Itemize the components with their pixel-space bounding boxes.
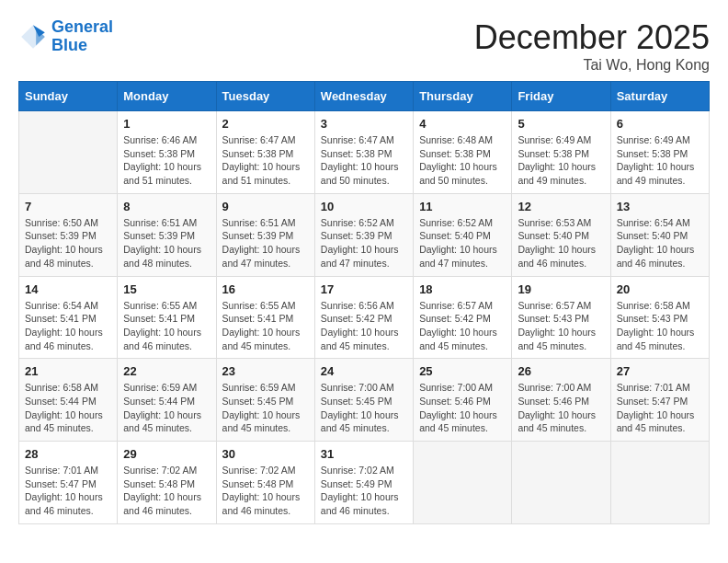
calendar-cell: 17Sunrise: 6:56 AMSunset: 5:42 PMDayligh… <box>314 276 413 359</box>
calendar-cell <box>512 442 610 524</box>
calendar-cell <box>610 442 709 524</box>
day-number: 6 <box>617 117 703 131</box>
day-number: 4 <box>419 117 506 131</box>
day-number: 16 <box>222 282 309 296</box>
day-number: 5 <box>518 117 604 131</box>
day-info: Sunrise: 6:59 AMSunset: 5:45 PMDaylight:… <box>222 381 309 435</box>
day-number: 23 <box>222 364 309 378</box>
col-friday: Friday <box>512 82 610 111</box>
calendar-cell: 6Sunrise: 6:49 AMSunset: 5:38 PMDaylight… <box>610 111 709 194</box>
day-info: Sunrise: 6:55 AMSunset: 5:41 PMDaylight:… <box>222 299 309 353</box>
day-info: Sunrise: 6:46 AMSunset: 5:38 PMDaylight:… <box>123 133 210 188</box>
day-info: Sunrise: 6:52 AMSunset: 5:40 PMDaylight:… <box>419 216 506 270</box>
week-row-3: 14Sunrise: 6:54 AMSunset: 5:41 PMDayligh… <box>19 276 710 359</box>
day-number: 8 <box>123 200 210 213</box>
day-info: Sunrise: 6:58 AMSunset: 5:44 PMDaylight:… <box>25 381 111 435</box>
col-wednesday: Wednesday <box>314 82 413 111</box>
header: General Blue December 2025 Tai Wo, Hong … <box>18 18 710 74</box>
day-number: 25 <box>419 364 506 378</box>
day-number: 21 <box>25 364 111 378</box>
logo: General Blue <box>18 18 113 55</box>
day-info: Sunrise: 6:56 AMSunset: 5:42 PMDaylight:… <box>321 299 407 353</box>
calendar-cell <box>19 111 118 194</box>
calendar-table: Sunday Monday Tuesday Wednesday Thursday… <box>18 81 710 524</box>
calendar-cell: 19Sunrise: 6:57 AMSunset: 5:43 PMDayligh… <box>512 276 610 359</box>
day-info: Sunrise: 6:50 AMSunset: 5:39 PMDaylight:… <box>25 216 111 270</box>
calendar-cell: 7Sunrise: 6:50 AMSunset: 5:39 PMDaylight… <box>19 193 118 276</box>
calendar-cell: 24Sunrise: 7:00 AMSunset: 5:45 PMDayligh… <box>314 359 413 442</box>
day-info: Sunrise: 6:47 AMSunset: 5:38 PMDaylight:… <box>222 133 309 188</box>
day-number: 27 <box>617 364 703 378</box>
day-number: 31 <box>321 447 407 461</box>
calendar-cell: 12Sunrise: 6:53 AMSunset: 5:40 PMDayligh… <box>512 193 610 276</box>
day-info: Sunrise: 7:02 AMSunset: 5:48 PMDaylight:… <box>222 464 309 518</box>
day-info: Sunrise: 7:00 AMSunset: 5:45 PMDaylight:… <box>321 381 407 435</box>
calendar-header: Sunday Monday Tuesday Wednesday Thursday… <box>19 82 710 111</box>
calendar-cell: 9Sunrise: 6:51 AMSunset: 5:39 PMDaylight… <box>216 193 314 276</box>
location-title: Tai Wo, Hong Kong <box>474 57 710 74</box>
calendar-cell: 22Sunrise: 6:59 AMSunset: 5:44 PMDayligh… <box>118 359 216 442</box>
col-saturday: Saturday <box>610 82 709 111</box>
week-row-4: 21Sunrise: 6:58 AMSunset: 5:44 PMDayligh… <box>19 359 710 442</box>
day-info: Sunrise: 6:51 AMSunset: 5:39 PMDaylight:… <box>222 216 309 270</box>
col-sunday: Sunday <box>19 82 118 111</box>
calendar-cell: 29Sunrise: 7:02 AMSunset: 5:48 PMDayligh… <box>118 442 216 524</box>
day-info: Sunrise: 6:54 AMSunset: 5:40 PMDaylight:… <box>617 216 703 270</box>
day-info: Sunrise: 6:52 AMSunset: 5:39 PMDaylight:… <box>321 216 407 270</box>
header-row: Sunday Monday Tuesday Wednesday Thursday… <box>19 82 710 111</box>
calendar-cell: 25Sunrise: 7:00 AMSunset: 5:46 PMDayligh… <box>414 359 512 442</box>
day-info: Sunrise: 6:53 AMSunset: 5:40 PMDaylight:… <box>518 216 604 270</box>
day-info: Sunrise: 6:58 AMSunset: 5:43 PMDaylight:… <box>617 299 703 353</box>
calendar-cell: 31Sunrise: 7:02 AMSunset: 5:49 PMDayligh… <box>314 442 413 524</box>
day-number: 7 <box>25 200 111 213</box>
calendar-cell: 13Sunrise: 6:54 AMSunset: 5:40 PMDayligh… <box>610 193 709 276</box>
calendar-cell: 10Sunrise: 6:52 AMSunset: 5:39 PMDayligh… <box>314 193 413 276</box>
week-row-2: 7Sunrise: 6:50 AMSunset: 5:39 PMDaylight… <box>19 193 710 276</box>
day-info: Sunrise: 6:55 AMSunset: 5:41 PMDaylight:… <box>123 299 210 353</box>
day-number: 24 <box>321 364 407 378</box>
calendar-cell: 11Sunrise: 6:52 AMSunset: 5:40 PMDayligh… <box>414 193 512 276</box>
day-info: Sunrise: 7:00 AMSunset: 5:46 PMDaylight:… <box>518 381 604 435</box>
calendar-cell: 23Sunrise: 6:59 AMSunset: 5:45 PMDayligh… <box>216 359 314 442</box>
calendar-cell: 18Sunrise: 6:57 AMSunset: 5:42 PMDayligh… <box>414 276 512 359</box>
week-row-1: 1Sunrise: 6:46 AMSunset: 5:38 PMDaylight… <box>19 111 710 194</box>
calendar-body: 1Sunrise: 6:46 AMSunset: 5:38 PMDaylight… <box>19 111 710 524</box>
day-number: 29 <box>123 447 210 461</box>
calendar-cell: 26Sunrise: 7:00 AMSunset: 5:46 PMDayligh… <box>512 359 610 442</box>
day-number: 22 <box>123 364 210 378</box>
logo-line2: Blue <box>51 36 87 54</box>
day-number: 14 <box>25 282 111 296</box>
day-number: 13 <box>617 200 703 213</box>
calendar-cell: 2Sunrise: 6:47 AMSunset: 5:38 PMDaylight… <box>216 111 314 194</box>
col-monday: Monday <box>118 82 216 111</box>
calendar-cell <box>414 442 512 524</box>
day-info: Sunrise: 6:59 AMSunset: 5:44 PMDaylight:… <box>123 381 210 435</box>
calendar-cell: 8Sunrise: 6:51 AMSunset: 5:39 PMDaylight… <box>118 193 216 276</box>
day-number: 10 <box>321 200 407 213</box>
calendar-cell: 30Sunrise: 7:02 AMSunset: 5:48 PMDayligh… <box>216 442 314 524</box>
day-number: 30 <box>222 447 309 461</box>
day-number: 1 <box>123 117 210 131</box>
calendar-cell: 5Sunrise: 6:49 AMSunset: 5:38 PMDaylight… <box>512 111 610 194</box>
day-number: 18 <box>419 282 506 296</box>
day-number: 11 <box>419 200 506 213</box>
day-info: Sunrise: 6:54 AMSunset: 5:41 PMDaylight:… <box>25 299 111 353</box>
day-info: Sunrise: 7:02 AMSunset: 5:49 PMDaylight:… <box>321 464 407 518</box>
month-title: December 2025 <box>474 18 710 57</box>
logo-text: General Blue <box>51 18 113 55</box>
day-info: Sunrise: 6:48 AMSunset: 5:38 PMDaylight:… <box>419 133 506 188</box>
title-area: December 2025 Tai Wo, Hong Kong <box>474 18 710 74</box>
day-number: 26 <box>518 364 604 378</box>
day-number: 3 <box>321 117 407 131</box>
calendar-cell: 28Sunrise: 7:01 AMSunset: 5:47 PMDayligh… <box>19 442 118 524</box>
week-row-5: 28Sunrise: 7:01 AMSunset: 5:47 PMDayligh… <box>19 442 710 524</box>
col-thursday: Thursday <box>414 82 512 111</box>
calendar-cell: 21Sunrise: 6:58 AMSunset: 5:44 PMDayligh… <box>19 359 118 442</box>
day-number: 12 <box>518 200 604 213</box>
day-number: 9 <box>222 200 309 213</box>
day-info: Sunrise: 7:01 AMSunset: 5:47 PMDaylight:… <box>25 464 111 518</box>
calendar-cell: 15Sunrise: 6:55 AMSunset: 5:41 PMDayligh… <box>118 276 216 359</box>
logo-icon <box>18 22 48 52</box>
calendar-cell: 16Sunrise: 6:55 AMSunset: 5:41 PMDayligh… <box>216 276 314 359</box>
day-number: 17 <box>321 282 407 296</box>
